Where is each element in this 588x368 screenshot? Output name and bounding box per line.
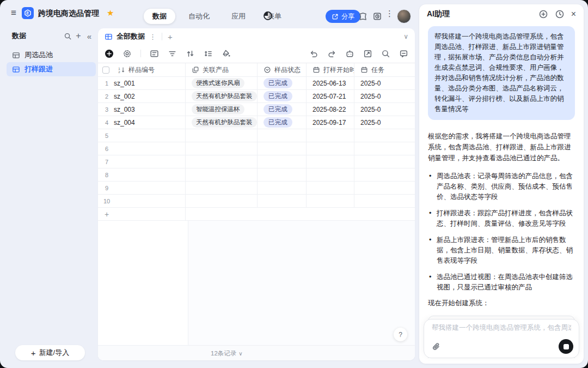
close-panel-icon[interactable]: ×	[571, 9, 576, 19]
cell-task-date[interactable]	[354, 142, 415, 155]
cell-status[interactable]: 已完成	[258, 90, 307, 102]
cell-sample-id[interactable]: 8	[98, 168, 186, 181]
empty-row[interactable]: 6	[98, 142, 415, 155]
hamburger-menu-icon[interactable]: ≡	[11, 8, 16, 17]
cell-task-date[interactable]: 2025-0	[354, 103, 415, 116]
tab-automation[interactable]: 自动化	[180, 9, 218, 24]
tab-apps[interactable]: 应用	[223, 9, 254, 24]
cell-product[interactable]	[186, 129, 258, 142]
cell-start-date[interactable]: 2025-08-22	[307, 103, 354, 116]
new-import-button[interactable]: + 新建/导入	[15, 345, 85, 360]
cell-start-date[interactable]	[307, 195, 354, 207]
cell-product[interactable]	[186, 142, 258, 155]
more-options-icon[interactable]: ⋮	[385, 9, 394, 17]
share-button[interactable]: 分享	[326, 10, 360, 23]
new-chat-icon[interactable]	[538, 9, 548, 19]
sidebar-item-sampling[interactable]: 打样跟进	[7, 62, 96, 76]
record-count[interactable]: 12条记录 ∨	[211, 349, 243, 358]
cell-task-date[interactable]: 2025-0	[354, 77, 415, 89]
sync-progress-icon[interactable]	[263, 11, 273, 23]
ai-input-box[interactable]	[424, 319, 579, 358]
cell-product[interactable]: 便携式迷你风扇	[186, 77, 258, 89]
version-history-icon[interactable]	[372, 11, 382, 21]
add-view-icon[interactable]: +	[168, 33, 173, 41]
cell-task-date[interactable]: 2025-0	[354, 90, 415, 102]
chat-history-icon[interactable]	[555, 9, 565, 19]
add-row-plus-icon[interactable]: +	[105, 210, 109, 219]
cell-product[interactable]	[186, 182, 258, 194]
favorite-star-icon[interactable]: ★	[107, 8, 114, 18]
table-row[interactable]: 1sz_001 便携式迷你风扇 已完成 2025-06-13 2025-0	[98, 77, 415, 90]
paint-bucket-icon[interactable]	[222, 49, 231, 58]
cell-sample-id[interactable]: 6	[98, 142, 186, 155]
view-tab-name[interactable]: 全部数据	[117, 32, 145, 41]
cell-status[interactable]	[258, 182, 307, 194]
tab-data[interactable]: 数据	[144, 9, 175, 24]
cell-product[interactable]	[186, 155, 258, 168]
cell-task-date[interactable]: 2025-0	[354, 116, 415, 129]
cell-start-date[interactable]: 2025-06-13	[307, 77, 354, 89]
redo-icon[interactable]	[327, 49, 336, 58]
cell-product[interactable]: 天然有机护肤品套装	[186, 116, 258, 129]
cell-start-date[interactable]	[307, 129, 354, 142]
cell-status[interactable]: 已完成	[258, 103, 307, 116]
cell-start-date[interactable]	[307, 155, 354, 168]
cell-status[interactable]	[258, 155, 307, 168]
empty-row[interactable]: 5	[98, 129, 415, 142]
cell-start-date[interactable]	[307, 182, 354, 194]
cell-start-date[interactable]	[307, 142, 354, 155]
cell-product[interactable]: 天然有机护肤品套装	[186, 90, 258, 102]
add-widget-icon[interactable]	[358, 11, 367, 21]
cell-status[interactable]	[258, 129, 307, 142]
user-avatar[interactable]	[397, 9, 411, 23]
filter-icon[interactable]	[168, 49, 177, 58]
column-header-sample-status[interactable]: 样品状态	[258, 63, 307, 76]
sidebar-search-icon[interactable]	[62, 31, 73, 41]
search-icon[interactable]	[381, 49, 390, 58]
sidebar-item-weekly-pool[interactable]: 周选品池	[7, 48, 96, 62]
cell-sample-id[interactable]: 5	[98, 129, 186, 142]
cell-task-date[interactable]	[354, 182, 415, 194]
add-record-icon[interactable]	[105, 49, 114, 58]
ai-bot-icon[interactable]	[345, 49, 354, 58]
table-row[interactable]: 3sz_003 智能温控保温杯 已完成 2025-08-22 2025-0	[98, 103, 415, 116]
column-header-sample-id[interactable]: 1 2 样品编号	[98, 63, 186, 76]
empty-row[interactable]: 8	[98, 168, 415, 182]
cell-status[interactable]	[258, 168, 307, 181]
cell-sample-id[interactable]: 10	[98, 195, 186, 207]
cell-status[interactable]: 已完成	[258, 116, 307, 129]
empty-row[interactable]: 10	[98, 195, 415, 208]
settings-gear-icon[interactable]	[122, 49, 132, 58]
view-options-icon[interactable]: ⋮	[149, 33, 156, 40]
stop-generating-button[interactable]	[559, 339, 573, 354]
comment-icon[interactable]	[399, 49, 408, 58]
cell-status[interactable]	[258, 142, 307, 155]
empty-row[interactable]: 7	[98, 155, 415, 168]
select-all-checkbox[interactable]	[102, 67, 109, 74]
column-header-linked-product[interactable]: 关联产品	[186, 63, 258, 76]
cell-task-date[interactable]	[354, 129, 415, 142]
collapse-views-icon[interactable]: ∨	[403, 33, 408, 40]
table-row[interactable]: 4sz_004 天然有机护肤品套装 已完成 2025-09-17 2025-0	[98, 116, 415, 129]
sidebar-collapse-icon[interactable]: «	[84, 31, 95, 41]
cell-task-date[interactable]	[354, 155, 415, 168]
sidebar-add-table-icon[interactable]: +	[73, 31, 84, 41]
cell-sample-id[interactable]: 2sz_002	[98, 90, 186, 102]
cell-status[interactable]: 已完成	[258, 77, 307, 89]
table-row[interactable]: 2sz_002 天然有机护肤品套装 已完成 2025-07-21 2025-0	[98, 90, 415, 103]
field-config-icon[interactable]	[150, 49, 159, 58]
sort-icon[interactable]	[186, 49, 195, 58]
cell-start-date[interactable]: 2025-09-17	[307, 116, 354, 129]
cell-start-date[interactable]: 2025-07-21	[307, 90, 354, 102]
cell-product[interactable]	[186, 168, 258, 181]
cell-product[interactable]	[186, 195, 258, 207]
cell-sample-id[interactable]: 7	[98, 155, 186, 168]
row-height-icon[interactable]	[204, 49, 213, 58]
cell-sample-id[interactable]: 1sz_001	[98, 77, 186, 89]
cell-task-date[interactable]	[354, 195, 415, 207]
cell-sample-id[interactable]: 4sz_004	[98, 116, 186, 129]
empty-row[interactable]: 9	[98, 182, 415, 195]
attach-file-icon[interactable]	[430, 340, 443, 353]
column-header-task-date[interactable]: 任务	[354, 63, 415, 76]
cell-status[interactable]	[258, 195, 307, 207]
